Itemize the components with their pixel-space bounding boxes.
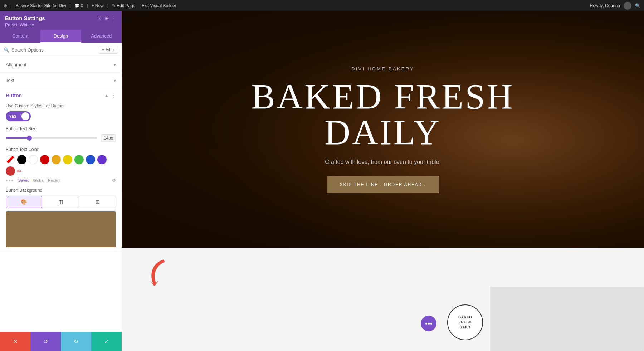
color-dots <box>6 180 13 181</box>
hero-subtitle: DIVI HOME BAKERY <box>251 66 514 72</box>
cancel-icon: ✕ <box>13 338 18 345</box>
custom-styles-toggle[interactable]: YES <box>6 111 31 121</box>
color-swatch-redalt[interactable] <box>6 166 15 176</box>
color-pen-icon[interactable]: ✏ <box>17 168 22 175</box>
text-chevron-icon: ▾ <box>114 78 116 83</box>
edit-page-link[interactable]: ✎ Edit Page <box>112 3 135 8</box>
tab-design[interactable]: Design <box>40 30 81 43</box>
slider-fill <box>6 137 29 139</box>
dot1 <box>425 323 427 325</box>
gray-content-block <box>490 287 644 351</box>
bg-tab-image[interactable]: ⊡ <box>80 196 116 208</box>
more-icon[interactable]: ⋮ <box>112 15 117 21</box>
color-swatches-row: ✏ <box>6 155 116 176</box>
dot2 <box>9 180 10 181</box>
custom-styles-field: Use Custom Styles For Button YES <box>6 103 116 121</box>
text-label: Text <box>6 78 14 83</box>
search-input[interactable] <box>11 47 97 53</box>
color-swatch-yellow[interactable] <box>63 155 72 164</box>
hero-title-line2: DAILY <box>325 112 441 152</box>
cancel-button[interactable]: ✕ <box>0 332 30 351</box>
bottom-bar: ✕ ↺ ↻ ✓ <box>0 332 122 351</box>
alignment-section[interactable]: Alignment ▾ <box>0 57 122 73</box>
columns-icon[interactable]: ⊞ <box>104 15 109 21</box>
text-color-label: Button Text Color <box>6 147 116 152</box>
slider-thumb[interactable] <box>27 136 32 141</box>
panel-header: Button Settings ⊡ ⊞ ⋮ Preset: White ▾ <box>0 11 122 30</box>
toggle-yes-label: YES <box>7 114 19 118</box>
search-icon[interactable]: 🔍 <box>635 3 640 8</box>
color-swatch-purple[interactable] <box>97 155 107 164</box>
undo-button[interactable]: ↺ <box>30 332 61 351</box>
color-swatch-gold[interactable] <box>52 155 61 164</box>
button-section-title: Button <box>6 93 22 98</box>
below-hero: BAKED FRESH DAILY <box>122 248 644 351</box>
bubble-dots <box>425 323 432 325</box>
comments-count: 0 <box>81 3 83 8</box>
left-panel: Button Settings ⊡ ⊞ ⋮ Preset: White ▾ Co… <box>0 11 122 351</box>
admin-separator-3: | <box>87 3 88 8</box>
text-size-slider-track[interactable] <box>6 137 97 139</box>
save-button[interactable]: ✓ <box>91 332 122 351</box>
saved-tab[interactable]: Saved <box>18 178 29 182</box>
site-name-link[interactable]: Bakery Starter Site for Divi <box>15 3 66 8</box>
hero-description: Crafted with love, from our oven to your… <box>251 159 514 165</box>
tab-content[interactable]: Content <box>0 30 40 43</box>
comments-link[interactable]: 💬 0 <box>74 3 83 8</box>
color-swatch-white[interactable] <box>29 155 38 164</box>
admin-bar: ⊕ | Bakery Starter Site for Divi | 💬 0 |… <box>0 0 644 11</box>
color-swatch-green[interactable] <box>74 155 84 164</box>
preset-label: Preset: <box>5 23 20 28</box>
purple-bubble-button[interactable] <box>421 316 436 331</box>
filter-label: Filter <box>106 47 115 52</box>
stamp-line1: BAKED <box>458 315 472 319</box>
color-settings-icon[interactable]: ⚙ <box>112 178 116 183</box>
color-swatch-red[interactable] <box>40 155 49 164</box>
global-tab[interactable]: Global <box>33 178 44 182</box>
redo-button[interactable]: ↻ <box>61 332 91 351</box>
color-swatch-black[interactable] <box>17 155 26 164</box>
text-size-value[interactable]: 14px <box>101 134 116 142</box>
recent-tab[interactable]: Recent <box>48 178 60 182</box>
text-size-field: Button Text Size 14px <box>6 126 116 142</box>
color-swatch-blue[interactable] <box>86 155 95 164</box>
undo-icon: ↺ <box>43 338 48 345</box>
responsive-icon[interactable]: ⊡ <box>97 15 102 21</box>
color-preview[interactable] <box>6 211 116 247</box>
alignment-chevron-icon: ▾ <box>114 62 116 67</box>
text-section[interactable]: Text ▾ <box>0 73 122 88</box>
filter-button[interactable]: + Filter <box>99 46 118 54</box>
howdy-text: Howdy, Deanna <box>590 3 620 8</box>
stamp-line3: DAILY <box>459 325 471 329</box>
exit-builder-link[interactable]: Exit Visual Builder <box>142 3 176 8</box>
preview-area: DIVI HOME BAKERY BAKED FRESH DAILY Craft… <box>122 11 644 351</box>
hero-content: DIVI HOME BAKERY BAKED FRESH DAILY Craft… <box>251 66 514 193</box>
new-link[interactable]: + New <box>91 3 103 8</box>
search-bar: 🔍 + Filter <box>0 43 122 57</box>
wp-logo-icon[interactable]: ⊕ <box>4 3 7 8</box>
button-collapse-icon[interactable]: ▲ <box>104 93 109 98</box>
hero-title-line1: BAKED FRESH <box>251 77 514 116</box>
save-icon: ✓ <box>104 338 109 345</box>
toggle-knob <box>21 112 29 120</box>
button-section: Button ▲ ⋮ Use Custom Styles For Button … <box>0 88 122 252</box>
bg-tabs: 🎨 ◫ ⊡ <box>6 196 116 208</box>
bg-label: Button Background <box>6 188 116 193</box>
admin-separator: | <box>11 3 12 8</box>
preset-value[interactable]: White ▾ <box>20 23 34 28</box>
color-swatch-transparent[interactable] <box>6 155 15 164</box>
comments-icon: 💬 <box>74 3 80 8</box>
circle-stamp: BAKED FRESH DAILY <box>447 304 483 340</box>
bg-tab-gradient[interactable]: ◫ <box>43 196 79 208</box>
stamp-text: BAKED FRESH DAILY <box>458 315 472 330</box>
hero-cta-button[interactable]: SKIP THE LINE . ORDER AHEAD . <box>327 176 439 193</box>
button-more-icon[interactable]: ⋮ <box>112 93 116 98</box>
bg-tab-color[interactable]: 🎨 <box>6 196 42 208</box>
text-color-section: Button Text Color ✏ <box>6 147 116 183</box>
text-size-label: Button Text Size <box>6 126 116 131</box>
dot2 <box>428 323 430 325</box>
alignment-label: Alignment <box>6 62 26 67</box>
hero-section: DIVI HOME BAKERY BAKED FRESH DAILY Craft… <box>122 11 644 248</box>
tab-advanced[interactable]: Advanced <box>81 30 122 43</box>
admin-separator-2: | <box>70 3 71 8</box>
